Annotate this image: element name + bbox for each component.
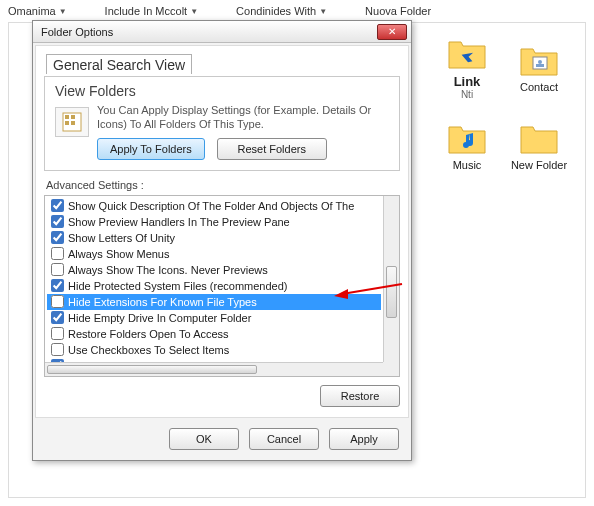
setting-label: Show Letters Of Unity (68, 232, 381, 244)
close-button[interactable]: ✕ (377, 24, 407, 40)
setting-checkbox[interactable] (51, 247, 64, 260)
folder-link[interactable]: Link Nti (431, 30, 503, 108)
setting-checkbox[interactable] (51, 327, 64, 340)
setting-row[interactable]: Show Preview Handlers In The Preview Pan… (47, 214, 381, 230)
folder-view-icon (55, 107, 89, 137)
setting-row[interactable]: Restore Folders Open To Access (47, 326, 381, 342)
setting-row[interactable]: Show Letters Of Unity (47, 230, 381, 246)
tabs-label[interactable]: General Search View (46, 54, 192, 74)
folder-contact[interactable]: Contact (503, 30, 575, 108)
explorer-toolbar: Omanima ▼ Include In Mccolt ▼ Condinides… (0, 0, 594, 22)
setting-label: Use Checkboxes To Select Items (68, 344, 381, 356)
tab-bar: General Search View (44, 52, 400, 74)
setting-row[interactable]: Always Show Menus (47, 246, 381, 262)
svg-rect-7 (71, 121, 75, 125)
panel-text: You Can Apply Display Settings (for Exam… (97, 103, 389, 132)
advanced-label: Advanced Settings : (46, 179, 400, 191)
folder-new[interactable]: New Folder (503, 108, 575, 186)
view-folders-panel: View Folders You Can Apply Display Setti… (44, 76, 400, 171)
menu-omanima[interactable]: Omanima ▼ (8, 5, 67, 17)
setting-label: Restore Folders Open To Access (68, 328, 381, 340)
menu-condinides[interactable]: Condinides With ▼ (236, 5, 327, 17)
apply-to-folders-button[interactable]: Apply To Folders (97, 138, 205, 160)
folder-contact-icon (519, 45, 559, 79)
setting-checkbox[interactable] (51, 231, 64, 244)
svg-rect-2 (536, 64, 544, 67)
setting-checkbox[interactable] (51, 215, 64, 228)
folder-music-icon (447, 123, 487, 157)
setting-checkbox[interactable] (51, 263, 64, 276)
advanced-settings-list: Show Quick Description Of The Folder And… (44, 195, 400, 377)
apply-button[interactable]: Apply (329, 428, 399, 450)
folder-music[interactable]: Music (431, 108, 503, 186)
dialog-title: Folder Options (41, 26, 113, 38)
folder-shortcut-icon (447, 38, 487, 72)
setting-label: Hide Empty Drive In Computer Folder (68, 312, 381, 324)
menu-nuova-folder[interactable]: Nuova Folder (365, 5, 431, 17)
reset-folders-button[interactable]: Reset Folders (217, 138, 327, 160)
setting-label: Show Preview Handlers In The Preview Pan… (68, 216, 381, 228)
ok-button[interactable]: OK (169, 428, 239, 450)
svg-point-1 (538, 60, 542, 64)
svg-rect-6 (65, 121, 69, 125)
setting-row[interactable]: Use Checkboxes To Select Items (47, 342, 381, 358)
setting-row[interactable]: Always Show The Icons. Never Previews (47, 262, 381, 278)
svg-rect-5 (71, 115, 75, 119)
setting-label: Always Show The Icons. Never Previews (68, 264, 381, 276)
vertical-scrollbar[interactable] (383, 196, 399, 362)
dialog-footer: OK Cancel Apply (33, 420, 411, 460)
close-icon: ✕ (388, 26, 396, 37)
setting-checkbox[interactable] (51, 279, 64, 292)
setting-label: Hide Extensions For Known File Types (68, 296, 381, 308)
panel-title: View Folders (55, 83, 389, 99)
titlebar[interactable]: Folder Options ✕ (33, 21, 411, 43)
folder-icon (519, 123, 559, 157)
folder-grid: Link Nti Contact Music New Folder (431, 30, 586, 186)
setting-checkbox[interactable] (51, 295, 64, 308)
setting-checkbox[interactable] (51, 311, 64, 324)
setting-label: Show Quick Description Of The Folder And… (68, 200, 381, 212)
cancel-button[interactable]: Cancel (249, 428, 319, 450)
horizontal-scrollbar[interactable] (45, 362, 383, 376)
setting-row[interactable]: Hide Empty Drive In Computer Folder (47, 310, 381, 326)
setting-label: Always Show Menus (68, 248, 381, 260)
setting-row[interactable]: Hide Extensions For Known File Types (47, 294, 381, 310)
menu-include[interactable]: Include In Mccolt ▼ (105, 5, 198, 17)
folder-options-dialog: Folder Options ✕ General Search View Vie… (32, 20, 412, 461)
setting-row[interactable]: Hide Protected System Files (recommended… (47, 278, 381, 294)
setting-checkbox[interactable] (51, 199, 64, 212)
svg-rect-4 (65, 115, 69, 119)
setting-checkbox[interactable] (51, 343, 64, 356)
setting-row[interactable]: Show Quick Description Of The Folder And… (47, 198, 381, 214)
restore-button[interactable]: Restore (320, 385, 400, 407)
setting-label: Hide Protected System Files (recommended… (68, 280, 381, 292)
